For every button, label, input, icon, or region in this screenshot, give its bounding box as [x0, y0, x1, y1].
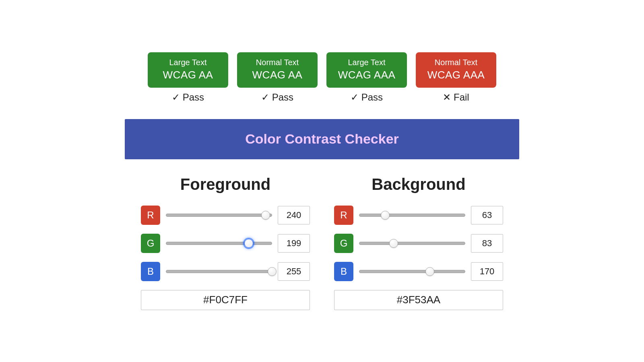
bg-blue-slider[interactable] — [359, 267, 465, 276]
result-card: Normal Text WCAG AAA — [416, 52, 496, 88]
contrast-preview: Color Contrast Checker — [125, 119, 519, 159]
fg-red-row: R 240 — [141, 206, 310, 225]
slider-thumb[interactable] — [425, 267, 434, 276]
slider-thumb[interactable] — [381, 211, 390, 220]
bg-hex-input[interactable]: #3F53AA — [334, 290, 503, 310]
background-title: Background — [334, 175, 503, 193]
fg-green-value[interactable]: 199 — [278, 234, 310, 253]
red-swatch: R — [141, 206, 160, 225]
result-verdict: ✕ Fail — [416, 92, 496, 103]
wcag-results: Large Text WCAG AA ✓ Pass Normal Text WC… — [125, 52, 519, 103]
result-level: WCAG AA — [241, 69, 314, 81]
bg-red-slider[interactable] — [359, 210, 465, 220]
result-verdict: ✓ Pass — [148, 92, 228, 103]
slider-track — [166, 242, 272, 245]
bg-red-value[interactable]: 63 — [471, 206, 503, 224]
slider-track — [359, 270, 465, 273]
result-text-size: Normal Text — [420, 58, 492, 67]
foreground-title: Foreground — [141, 175, 310, 193]
blue-swatch: B — [334, 262, 353, 281]
background-column: Background R 63 G 83 B — [334, 175, 503, 310]
fg-green-slider[interactable] — [166, 239, 272, 248]
fg-red-value[interactable]: 240 — [278, 206, 310, 224]
slider-thumb[interactable] — [261, 211, 270, 220]
bg-green-row: G 83 — [334, 234, 503, 253]
slider-track — [166, 270, 272, 273]
fg-blue-row: B 255 — [141, 262, 310, 281]
slider-thumb[interactable] — [268, 267, 277, 276]
fg-hex-input[interactable]: #F0C7FF — [141, 290, 310, 310]
bg-red-row: R 63 — [334, 206, 503, 225]
blue-swatch: B — [141, 262, 160, 281]
slider-track — [166, 214, 272, 217]
fg-blue-value[interactable]: 255 — [278, 262, 310, 281]
result-verdict: ✓ Pass — [237, 92, 318, 103]
fg-blue-slider[interactable] — [166, 267, 272, 276]
result-verdict: ✓ Pass — [326, 92, 407, 103]
result-level: WCAG AA — [152, 69, 224, 81]
slider-thumb[interactable] — [389, 239, 398, 248]
bg-green-value[interactable]: 83 — [471, 234, 503, 253]
slider-track — [359, 242, 465, 245]
result-level: WCAG AAA — [330, 69, 403, 81]
fg-red-slider[interactable] — [166, 210, 272, 220]
slider-thumb[interactable] — [244, 239, 253, 248]
preview-text: Color Contrast Checker — [245, 131, 399, 147]
green-swatch: G — [141, 234, 160, 253]
bg-green-slider[interactable] — [359, 239, 465, 248]
result-text-size: Large Text — [152, 58, 224, 67]
red-swatch: R — [334, 206, 353, 225]
fg-green-row: G 199 — [141, 234, 310, 253]
result-aaa-large: Large Text WCAG AAA ✓ Pass — [326, 52, 407, 103]
result-text-size: Large Text — [330, 58, 403, 67]
green-swatch: G — [334, 234, 353, 253]
result-aa-normal: Normal Text WCAG AA ✓ Pass — [237, 52, 318, 103]
result-text-size: Normal Text — [241, 58, 314, 67]
bg-blue-row: B 170 — [334, 262, 503, 281]
result-aa-large: Large Text WCAG AA ✓ Pass — [148, 52, 228, 103]
result-card: Large Text WCAG AAA — [326, 52, 407, 88]
result-card: Large Text WCAG AA — [148, 52, 228, 88]
result-aaa-normal: Normal Text WCAG AAA ✕ Fail — [416, 52, 496, 103]
bg-blue-value[interactable]: 170 — [471, 262, 503, 281]
result-card: Normal Text WCAG AA — [237, 52, 318, 88]
foreground-column: Foreground R 240 G 199 B — [141, 175, 310, 310]
result-level: WCAG AAA — [420, 69, 492, 81]
slider-track — [359, 214, 465, 217]
